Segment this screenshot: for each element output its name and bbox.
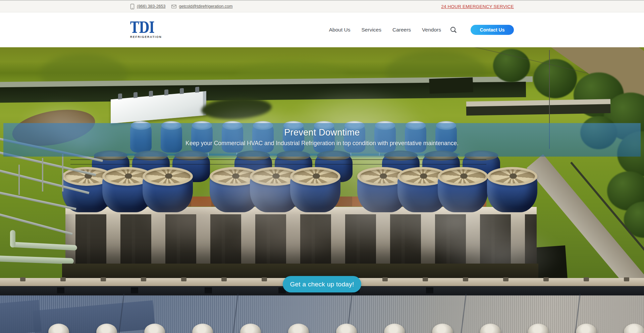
retaining-pit bbox=[429, 77, 473, 94]
walkway-bracket bbox=[584, 277, 589, 281]
roof-panel bbox=[0, 300, 42, 333]
ladder-mark bbox=[426, 287, 433, 293]
walkway-bracket bbox=[423, 277, 428, 281]
contact-us-button[interactable]: Contact Us bbox=[471, 25, 514, 35]
walkway-bracket bbox=[221, 277, 227, 281]
roof-vent bbox=[149, 91, 153, 97]
roof-vent bbox=[133, 92, 138, 98]
sage-pipe bbox=[0, 256, 74, 264]
main-nav: About Us Services Careers Vendors bbox=[329, 27, 441, 33]
sage-pipe-elbow bbox=[10, 230, 15, 247]
ladder-mark bbox=[205, 287, 212, 293]
fan-blades bbox=[487, 167, 537, 186]
walkway-bracket bbox=[382, 277, 388, 281]
ladder-mark bbox=[57, 287, 64, 293]
mail-icon bbox=[171, 5, 176, 8]
walkway-bracket bbox=[101, 277, 106, 281]
steam bbox=[141, 188, 241, 248]
tree bbox=[533, 59, 577, 98]
hero-subtitle: Keep your Commercial HVAC and Industrial… bbox=[3, 140, 641, 147]
walkway-bracket bbox=[543, 277, 549, 281]
top-utility-bar: (866) 383-2653 getcold@tdirefrigeration.… bbox=[0, 0, 644, 12]
hero-title: Prevent Downtime bbox=[3, 127, 641, 138]
email-address: getcold@tdirefrigeration.com bbox=[179, 4, 232, 9]
emergency-service-link[interactable]: 24 HOUR EMERGENCY SERVICE bbox=[441, 4, 514, 9]
logo[interactable]: TDI REFRIGERATION bbox=[130, 21, 161, 39]
pipe-rack-post bbox=[62, 154, 63, 191]
ladder-mark bbox=[131, 287, 138, 293]
walkway-bracket bbox=[503, 277, 508, 281]
walkway-bracket bbox=[624, 277, 629, 281]
steam bbox=[228, 198, 342, 265]
phone-number: (866) 383-2653 bbox=[137, 4, 165, 9]
nav-item-careers[interactable]: Careers bbox=[392, 27, 411, 33]
page: (866) 383-2653 getcold@tdirefrigeration.… bbox=[0, 0, 644, 333]
nav-item-vendors[interactable]: Vendors bbox=[422, 27, 441, 33]
phone-link[interactable]: (866) 383-2653 bbox=[130, 4, 165, 9]
pipe-rack-post bbox=[18, 165, 20, 195]
walkway-bracket bbox=[181, 277, 186, 281]
walkway-bracket bbox=[141, 277, 146, 281]
walkway-bracket bbox=[463, 277, 468, 281]
walkway-bracket bbox=[20, 277, 25, 281]
site-header: TDI REFRIGERATION About Us Services Care… bbox=[0, 12, 644, 47]
roof-vent bbox=[180, 88, 184, 94]
roof-vent bbox=[195, 87, 199, 93]
walkway-bracket bbox=[60, 277, 66, 281]
tree bbox=[493, 49, 530, 82]
email-link[interactable]: getcold@tdirefrigeration.com bbox=[171, 4, 232, 9]
nav-item-services[interactable]: Services bbox=[362, 27, 381, 33]
walkway-bracket bbox=[262, 277, 267, 281]
fan-blades bbox=[143, 167, 193, 186]
phone-icon bbox=[130, 4, 135, 9]
logo-acronym: TDI bbox=[130, 21, 154, 35]
nav-item-about-us[interactable]: About Us bbox=[329, 27, 351, 33]
fan-blades bbox=[438, 167, 488, 186]
roof-vent bbox=[118, 93, 122, 99]
pipe-rack-post bbox=[42, 158, 43, 191]
search-icon[interactable] bbox=[450, 26, 457, 34]
roof-vent bbox=[164, 89, 168, 95]
hero-image: Prevent Downtime Keep your Commercial HV… bbox=[0, 47, 644, 333]
checkup-cta-button[interactable]: Get a check up today! bbox=[283, 276, 361, 292]
hero-overlay-band: Prevent Downtime Keep your Commercial HV… bbox=[3, 123, 641, 157]
